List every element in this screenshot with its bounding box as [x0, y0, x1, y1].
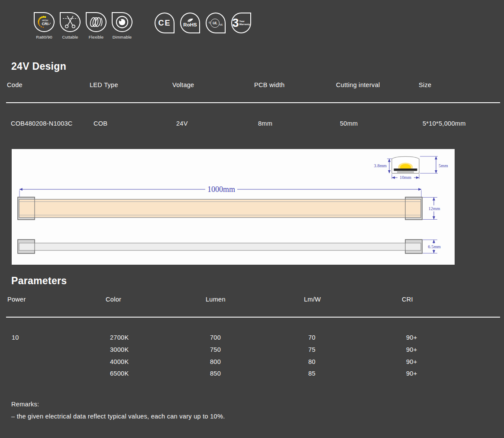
cell-cutting-interval: 50mm — [340, 120, 423, 127]
cell-lumen: 700 — [210, 334, 308, 346]
cell-cri: 90+ — [406, 370, 504, 382]
remarks-line: – the given electrical data reflect typi… — [11, 410, 225, 422]
table-row: 4000K 800 80 90+ — [12, 358, 504, 370]
column-header-cutting-interval: Cutting interval — [336, 81, 419, 88]
cell-lmw: 70 — [308, 334, 406, 346]
strip-top-view — [19, 199, 421, 217]
design-section-title: 24V Design — [11, 61, 66, 72]
cell-lmw: 85 — [308, 370, 406, 382]
badge-high-cri: HIGH CRI Ra80/90 — [31, 12, 57, 39]
scissors-icon — [61, 13, 79, 31]
silicone-base — [397, 171, 414, 173]
column-header-voltage: Voltage — [172, 81, 254, 88]
badge-label: Ra80/90 — [36, 35, 52, 39]
rohs-mark-icon: RoHS — [183, 23, 197, 28]
cell-color: 4000K — [110, 358, 210, 370]
ce-badge: CE — [155, 13, 174, 33]
cell-lmw: 80 — [308, 358, 406, 370]
svg-text:6.5mm: 6.5mm — [428, 244, 440, 249]
strip-side-view — [19, 243, 421, 250]
column-header-pcb-width: PCB width — [254, 81, 336, 88]
feature-badges: HIGH CRI Ra80/90 Cuttable — [31, 12, 135, 39]
design-table-row: COB480208-N1003C COB 24V 8mm 50mm 5*10*5… — [0, 120, 504, 127]
ce-mark-icon: CE — [158, 19, 171, 28]
column-header-color: Color — [106, 296, 206, 303]
cul-us-mark-icon: c UL us — [209, 19, 223, 28]
cell-cri: 90+ — [406, 358, 504, 370]
design-table-header: Code LED Type Voltage PCB width Cutting … — [0, 81, 504, 88]
cell-cri: 90+ — [406, 346, 504, 358]
column-header-cri: CRI — [402, 296, 504, 303]
svg-text:5mm: 5mm — [439, 163, 448, 168]
parameters-table-header: Power Color Lumen Lm/W CRI — [0, 296, 504, 303]
cell-code: COB480208-N1003C — [11, 120, 94, 127]
badge-label: Cuttable — [62, 35, 78, 39]
parameters-table-body: 10 2700K 700 70 90+ 3000K 750 75 90+ 400… — [0, 334, 504, 382]
pcb-bar — [394, 169, 417, 171]
certification-badges: CE RoHS c UL us 3 Year War — [155, 13, 251, 33]
cell-lumen: 750 — [210, 346, 308, 358]
ul-badge: c UL us — [206, 13, 226, 33]
dimension-drawing: 1000mm 12mm 6.5mm — [12, 149, 455, 265]
table-row: 10 2700K 700 70 90+ — [12, 334, 504, 346]
leaf-icon — [187, 18, 194, 22]
remarks: Remarks: – the given electrical data ref… — [11, 398, 225, 422]
high-cri-icon: HIGH CRI — [35, 13, 53, 31]
svg-text:1000mm: 1000mm — [207, 185, 235, 194]
cell-lumen: 850 — [210, 370, 308, 382]
cell-color: 6500K — [110, 370, 210, 382]
cell-color: 3000K — [110, 346, 210, 358]
column-header-lumen: Lumen — [206, 296, 304, 303]
design-table-divider — [6, 102, 500, 103]
warranty-3year-icon: 3 Year Warranty — [233, 17, 250, 29]
badge-label: Flexible — [89, 35, 103, 39]
coil-icon — [87, 13, 105, 31]
svg-text:10mm: 10mm — [400, 175, 411, 180]
cell-color: 2700K — [110, 334, 210, 346]
cell-lumen: 800 — [210, 358, 308, 370]
badge-flexible: Flexible — [83, 12, 109, 39]
dim-inner-height: 3.8mm — [374, 159, 392, 173]
rohs-badge: RoHS — [180, 13, 200, 33]
dim-strip-height: 12mm — [423, 198, 443, 220]
cell-cri: 90+ — [406, 334, 504, 346]
column-header-code: Code — [7, 81, 90, 88]
dim-width: 10mm — [392, 174, 419, 180]
dim-side-height: 6.5mm — [423, 240, 444, 253]
cell-size: 5*10*5,000mm — [423, 120, 504, 127]
dim-length: 1000mm — [19, 185, 421, 197]
dim-outer-height: 5mm — [420, 156, 448, 173]
column-header-lmw: Lm/W — [304, 296, 402, 303]
badge-dimmable: Dimmable — [109, 12, 135, 39]
svg-text:12mm: 12mm — [429, 206, 440, 211]
column-header-size: Size — [419, 81, 504, 88]
datasheet-page: HIGH CRI Ra80/90 Cuttable — [0, 0, 504, 438]
parameters-table-divider — [6, 317, 500, 318]
cell-power: 10 — [12, 334, 110, 346]
cell-pcb-width: 8mm — [258, 120, 340, 127]
cell-voltage: 24V — [176, 120, 258, 127]
cell-led-type: COB — [94, 120, 176, 127]
parameters-section-title: Parameters — [11, 275, 67, 287]
cross-section-detail: 3.8mm 5mm 10mm — [374, 156, 448, 180]
table-row: 6500K 850 85 90+ — [12, 370, 504, 382]
column-header-led-type: LED Type — [90, 81, 172, 88]
column-header-power: Power — [7, 296, 106, 303]
badge-cuttable: Cuttable — [57, 12, 83, 39]
badge-label: Dimmable — [113, 35, 132, 39]
dimmer-knob-icon — [113, 13, 131, 31]
table-row: 3000K 750 75 90+ — [12, 346, 504, 358]
cell-lmw: 75 — [308, 346, 406, 358]
warranty-badge: 3 Year Warranty — [231, 13, 251, 33]
remarks-title: Remarks: — [11, 398, 225, 410]
svg-text:CRI: CRI — [42, 22, 48, 26]
svg-text:3.8mm: 3.8mm — [374, 163, 387, 168]
